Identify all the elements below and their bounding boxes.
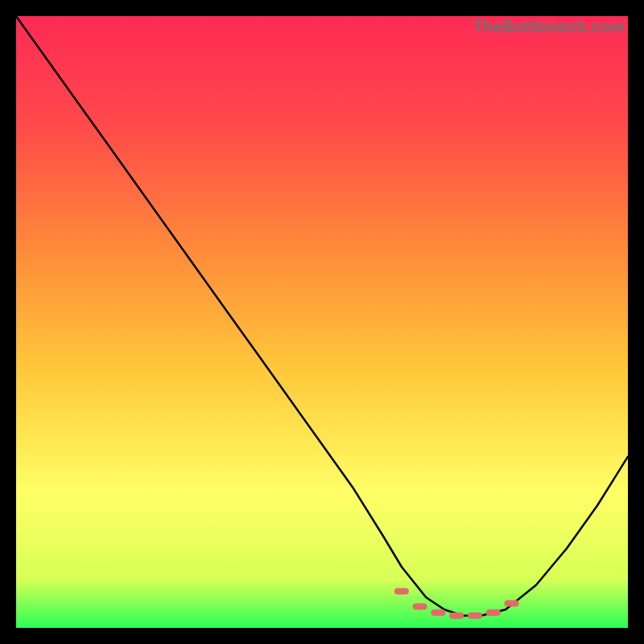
chart-frame: TheBottleneck.com [16, 16, 628, 628]
marker-dot [468, 613, 482, 619]
chart-svg [16, 16, 628, 628]
marker-dot [394, 588, 409, 594]
watermark-label: TheBottleneck.com [473, 18, 625, 36]
gradient-background [16, 16, 628, 628]
marker-dot [505, 601, 519, 607]
marker-dot [431, 609, 445, 616]
marker-dot [449, 613, 464, 619]
marker-dot [413, 603, 427, 609]
marker-dot [486, 609, 501, 616]
